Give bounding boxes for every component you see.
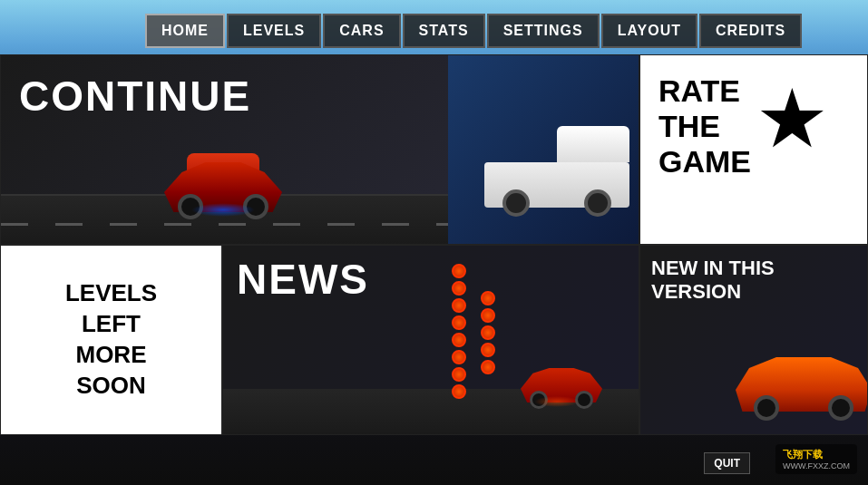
nav-item-credits[interactable]: CREDITS: [699, 14, 802, 48]
main-content-grid: CONTINUE RATETHEGAME ★ LEVELSLEFTMORESOO…: [0, 54, 868, 435]
orange-car-wheel-left: [754, 395, 779, 421]
white-truck-wheel-left: [502, 189, 530, 217]
nav-item-home[interactable]: HOME: [145, 14, 225, 48]
watermark-sub: WWW.FXXZ.COM: [783, 461, 850, 470]
white-truck-cab: [557, 126, 629, 162]
star-icon[interactable]: ★: [756, 78, 829, 160]
watermark: 飞翔下载 WWW.FXXZ.COM: [775, 444, 857, 474]
news-cell[interactable]: NEWS: [222, 245, 639, 435]
small-car-glow: [534, 396, 580, 407]
new-version-cell[interactable]: NEW IN THISVERSION: [639, 245, 868, 435]
nav-item-stats[interactable]: STATS: [403, 14, 485, 48]
white-truck: [484, 135, 629, 208]
levels-text: LEVELSLEFTMORESOON: [65, 278, 157, 401]
coin-column-2: [481, 291, 495, 374]
nav-item-layout[interactable]: LAYOUT: [601, 14, 697, 48]
small-red-car: [521, 357, 602, 403]
nav-item-settings[interactable]: SETTINGS: [487, 14, 600, 48]
orange-car: [736, 348, 868, 421]
news-label: NEWS: [237, 255, 369, 304]
truck-scene: [448, 55, 639, 244]
quit-button[interactable]: QUIT: [704, 452, 750, 474]
rate-text: RATETHEGAME: [658, 73, 751, 179]
nav-item-levels[interactable]: LEVELS: [227, 14, 321, 48]
nav-item-cars[interactable]: CARS: [323, 14, 400, 48]
red-car: [164, 149, 282, 212]
white-truck-wheel-right: [584, 189, 611, 217]
rate-cell[interactable]: RATETHEGAME ★: [639, 54, 868, 245]
continue-label: CONTINUE: [19, 72, 251, 121]
navigation-bar: HOME LEVELS CARS STATS SETTINGS LAYOUT C…: [0, 0, 868, 54]
rate-content: RATETHEGAME ★: [658, 73, 849, 179]
levels-cell[interactable]: LEVELSLEFTMORESOON: [0, 245, 222, 435]
orange-car-wheel-right: [828, 395, 853, 421]
coin-column: [452, 264, 466, 399]
continue-cell[interactable]: CONTINUE: [0, 54, 639, 245]
red-car-glow: [191, 203, 255, 217]
watermark-text: 飞翔下载: [783, 448, 850, 461]
new-version-text: NEW IN THISVERSION: [651, 257, 775, 305]
